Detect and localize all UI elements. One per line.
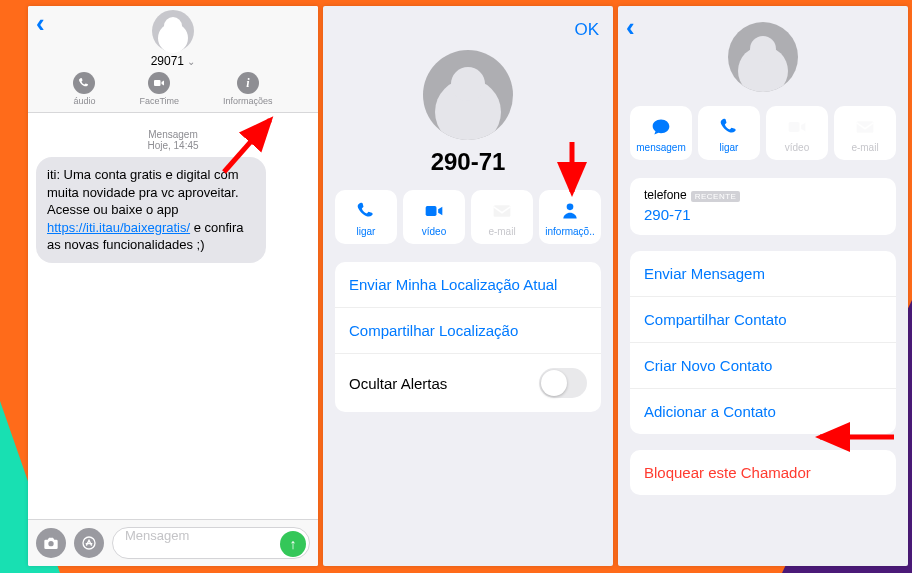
- mail-label: e-mail: [836, 142, 894, 153]
- video-button[interactable]: vídeo: [403, 190, 465, 244]
- mail-icon: [473, 200, 531, 222]
- back-chevron-icon[interactable]: ‹: [36, 8, 45, 39]
- phone-icon: [337, 200, 395, 222]
- chevron-down-icon: ⌄: [187, 56, 195, 67]
- audio-label: áudio: [73, 96, 95, 106]
- back-chevron-icon[interactable]: ‹: [626, 12, 635, 43]
- send-button[interactable]: ↑: [280, 531, 306, 557]
- send-message-row[interactable]: Enviar Mensagem: [630, 251, 896, 297]
- call-button[interactable]: ligar: [698, 106, 760, 160]
- svg-rect-8: [789, 122, 800, 132]
- svg-rect-9: [857, 121, 874, 133]
- info-button[interactable]: i Informações: [223, 72, 273, 106]
- video-icon: [148, 72, 170, 94]
- video-label: vídeo: [768, 142, 826, 153]
- messages-header: ‹ 29071 ⌄ áudio FaceTime i: [28, 6, 318, 113]
- message-icon: [632, 116, 690, 138]
- contact-header: ‹: [618, 6, 908, 92]
- message-button[interactable]: mensagem: [630, 106, 692, 160]
- info-label: informaçõ..: [541, 226, 599, 237]
- phone-label: telefoneRECENTE: [644, 188, 882, 202]
- phone-number: 290-71: [644, 206, 882, 223]
- sender-name-button[interactable]: 29071 ⌄: [28, 54, 318, 68]
- ok-button[interactable]: OK: [574, 20, 599, 39]
- input-placeholder: Mensagem: [125, 528, 189, 543]
- message-bubble[interactable]: iti: Uma conta gratis e digital com muit…: [36, 157, 266, 263]
- mail-label: e-mail: [473, 226, 531, 237]
- mail-icon: [836, 116, 894, 138]
- info-label: Informações: [223, 96, 273, 106]
- facetime-button[interactable]: FaceTime: [139, 72, 179, 106]
- share-location-row[interactable]: Compartilhar Localização: [335, 308, 601, 354]
- facetime-label: FaceTime: [139, 96, 179, 106]
- share-contact-row[interactable]: Compartilhar Contato: [630, 297, 896, 343]
- msg-link[interactable]: https://iti.itau/baixegratis/: [47, 220, 190, 235]
- mail-button: e-mail: [834, 106, 896, 160]
- call-label: ligar: [337, 226, 395, 237]
- message-input[interactable]: Mensagem ↑: [112, 527, 310, 559]
- contact-avatar: [423, 50, 513, 140]
- messages-thread-screen: ‹ 29071 ⌄ áudio FaceTime i: [28, 6, 318, 566]
- video-label: vídeo: [405, 226, 463, 237]
- hide-alerts-row: Ocultar Alertas: [335, 354, 601, 412]
- video-icon: [405, 200, 463, 222]
- svg-rect-0: [154, 80, 161, 86]
- svg-point-1: [48, 541, 53, 546]
- hide-alerts-toggle[interactable]: [539, 368, 587, 398]
- send-my-location-row[interactable]: Enviar Minha Localização Atual: [335, 262, 601, 308]
- audio-call-button[interactable]: áudio: [73, 72, 95, 106]
- svg-point-6: [567, 204, 574, 211]
- messages-body: Mensagem Hoje, 14:45 iti: Uma conta grat…: [28, 113, 318, 273]
- message-meta: Mensagem Hoje, 14:45: [36, 129, 310, 151]
- mail-button: e-mail: [471, 190, 533, 244]
- add-to-contact-row[interactable]: Adicionar a Contato: [630, 389, 896, 434]
- video-button: vídeo: [766, 106, 828, 160]
- msg-text-1: iti: Uma conta gratis e digital com muit…: [47, 167, 239, 217]
- message-label: mensagem: [632, 142, 690, 153]
- info-button[interactable]: informaçõ..: [539, 190, 601, 244]
- contact-detail-screen: ‹ mensagem ligar vídeo e-mail: [618, 6, 908, 566]
- info-icon: i: [237, 72, 259, 94]
- phone-icon: [700, 116, 758, 138]
- sender-name: 29071: [151, 54, 184, 68]
- video-icon: [768, 116, 826, 138]
- contact-name: 290-71: [323, 148, 613, 176]
- messages-footer: Mensagem ↑: [28, 519, 318, 566]
- svg-rect-4: [426, 206, 437, 216]
- call-label: ligar: [700, 142, 758, 153]
- recent-badge: RECENTE: [691, 191, 741, 202]
- svg-rect-5: [494, 205, 511, 217]
- phone-card[interactable]: telefoneRECENTE 290-71: [630, 178, 896, 235]
- create-new-contact-row[interactable]: Criar Novo Contato: [630, 343, 896, 389]
- contact-avatar[interactable]: [152, 10, 194, 52]
- camera-icon[interactable]: [36, 528, 66, 558]
- appstore-icon[interactable]: [74, 528, 104, 558]
- info-icon: [541, 200, 599, 222]
- block-caller-row[interactable]: Bloquear este Chamador: [630, 450, 896, 495]
- contact-quick-info-screen: OK 290-71 ligar vídeo e-mail informaçõ..: [323, 6, 613, 566]
- contact-avatar: [728, 22, 798, 92]
- call-button[interactable]: ligar: [335, 190, 397, 244]
- phone-icon: [73, 72, 95, 94]
